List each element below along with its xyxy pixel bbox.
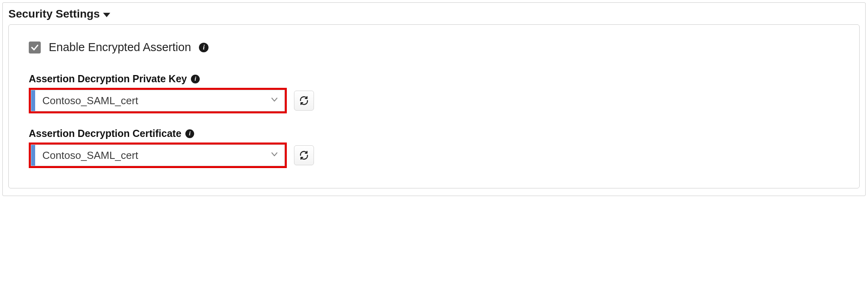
certificate-label: Assertion Decryption Certificate (29, 128, 181, 139)
highlight-box: Contoso_SAML_cert (29, 143, 287, 168)
chevron-down-icon (270, 95, 279, 106)
private-key-select-row: Contoso_SAML_cert (29, 88, 839, 113)
security-settings-panel: Enable Encrypted Assertion i Assertion D… (8, 24, 860, 188)
certificate-select[interactable]: Contoso_SAML_cert (31, 145, 285, 166)
certificate-label-row: Assertion Decryption Certificate i (29, 128, 839, 139)
enable-encrypted-assertion-row: Enable Encrypted Assertion i (29, 41, 839, 54)
private-key-field: Assertion Decryption Private Key i Conto… (29, 73, 839, 113)
caret-down-icon (103, 13, 110, 17)
checkmark-icon (30, 43, 39, 52)
chevron-down-icon (270, 150, 279, 161)
certificate-refresh-button[interactable] (294, 145, 314, 165)
info-icon[interactable]: i (185, 129, 194, 138)
private-key-value: Contoso_SAML_cert (42, 95, 268, 107)
enable-encrypted-assertion-checkbox[interactable] (29, 42, 41, 53)
refresh-icon (299, 150, 309, 160)
highlight-box: Contoso_SAML_cert (29, 88, 287, 113)
private-key-refresh-button[interactable] (294, 91, 314, 111)
outer-container: Security Settings Enable Encrypted Asser… (2, 2, 866, 196)
info-icon[interactable]: i (199, 43, 209, 52)
certificate-select-row: Contoso_SAML_cert (29, 143, 839, 168)
certificate-field: Assertion Decryption Certificate i Conto… (29, 128, 839, 168)
section-title: Security Settings (8, 8, 100, 20)
enable-encrypted-assertion-label: Enable Encrypted Assertion (49, 41, 191, 54)
info-icon[interactable]: i (191, 75, 200, 83)
private-key-label: Assertion Decryption Private Key (29, 73, 187, 85)
select-accent-bar (31, 90, 35, 111)
private-key-select[interactable]: Contoso_SAML_cert (31, 90, 285, 111)
section-header[interactable]: Security Settings (8, 8, 860, 20)
private-key-label-row: Assertion Decryption Private Key i (29, 73, 839, 85)
certificate-value: Contoso_SAML_cert (42, 149, 268, 162)
refresh-icon (299, 95, 309, 106)
select-accent-bar (31, 145, 35, 166)
